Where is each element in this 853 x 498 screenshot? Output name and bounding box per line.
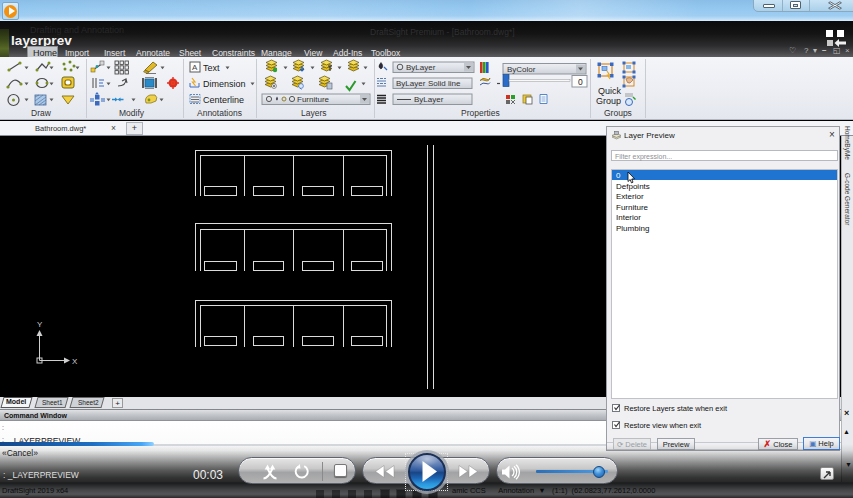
svg-text:Text: Text — [203, 63, 220, 73]
svg-text:Quick: Quick — [598, 86, 622, 96]
svg-text:ByColor: ByColor — [507, 65, 536, 74]
svg-text:ByLayer: ByLayer — [406, 63, 436, 72]
svg-text:Centerline: Centerline — [203, 95, 244, 105]
svg-text:A: A — [192, 63, 198, 72]
svg-text:Solid line: Solid line — [428, 79, 461, 88]
svg-text:ByLayer: ByLayer — [396, 79, 426, 88]
svg-text:ByLayer: ByLayer — [414, 95, 444, 104]
svg-text:Y: Y — [37, 320, 43, 329]
svg-text:X: X — [72, 357, 78, 366]
svg-text:Group: Group — [596, 96, 621, 106]
svg-text:Dimension: Dimension — [203, 79, 246, 89]
svg-text:Furniture: Furniture — [297, 95, 330, 104]
svg-text:0: 0 — [578, 77, 583, 87]
